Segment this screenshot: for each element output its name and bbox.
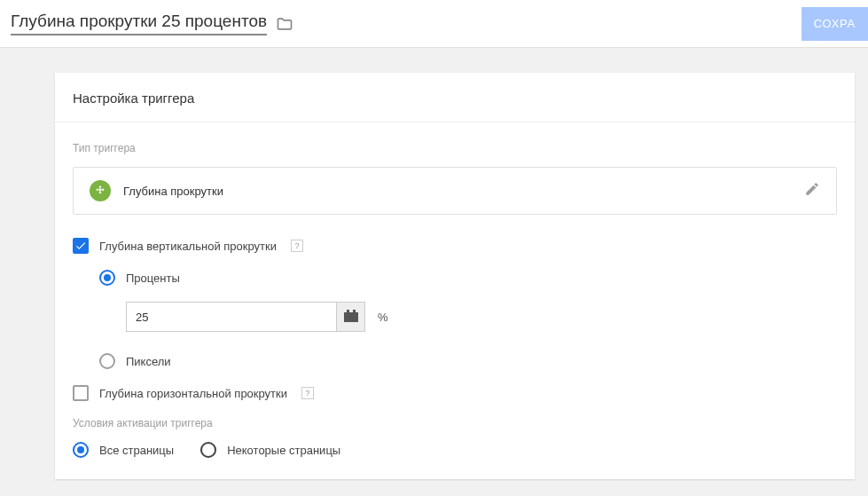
page-title[interactable]: Глубина прокрутки 25 процентов [11,12,267,35]
header-bar: Глубина прокрутки 25 процентов СОХРА [0,0,868,48]
content-area: Настройка триггера Тип триггера Глубина … [0,48,868,479]
save-button[interactable]: СОХРА [802,7,868,41]
trigger-type-value: Глубина прокрутки [123,185,223,198]
card-body: Тип триггера Глубина прокрутки [55,122,855,479]
brick-icon [344,312,358,322]
edit-icon[interactable] [804,181,820,201]
percent-input[interactable] [126,302,337,332]
vertical-scroll-checkbox[interactable] [73,238,89,254]
all-pages-radio[interactable] [73,442,89,458]
some-pages-label: Некоторые страницы [227,444,340,457]
percent-input-row: % [126,302,837,332]
horizontal-scroll-checkbox-row: Глубина горизонтальной прокрутки ? [73,385,837,401]
horizontal-scroll-checkbox[interactable] [73,385,89,401]
trigger-type-selector[interactable]: Глубина прокрутки [73,167,837,215]
vertical-scroll-label: Глубина вертикальной прокрутки [99,240,277,253]
some-pages-radio-row: Некоторые страницы [200,442,340,458]
activation-section-label: Условия активации триггера [73,417,837,429]
some-pages-radio[interactable] [200,442,216,458]
scroll-depth-icon [90,180,111,201]
trigger-type-left: Глубина прокрутки [90,180,223,201]
trigger-card: Настройка триггера Тип триггера Глубина … [55,73,855,479]
vertical-scroll-checkbox-row: Глубина вертикальной прокрутки ? [73,238,837,254]
pixels-radio-label: Пиксели [126,355,171,368]
all-pages-label: Все страницы [99,444,174,457]
horizontal-scroll-label: Глубина горизонтальной прокрутки [99,387,287,400]
help-icon[interactable]: ? [291,240,303,252]
pixels-radio[interactable] [99,353,115,369]
folder-icon[interactable] [276,15,293,33]
card-title: Настройка триггера [73,91,837,106]
header-left: Глубина прокрутки 25 процентов [11,12,293,35]
percent-radio-row: Проценты [99,270,837,286]
percent-radio-label: Проценты [126,272,180,285]
all-pages-radio-row: Все страницы [73,442,174,458]
pixels-radio-row: Пиксели [99,353,837,369]
card-header: Настройка триггера [55,73,855,122]
percent-sign: % [378,311,388,324]
trigger-type-section-label: Тип триггера [73,142,837,154]
help-icon[interactable]: ? [301,387,314,399]
vertical-scroll-radio-group: Проценты % Пиксели [99,270,837,369]
percent-radio[interactable] [99,270,115,286]
variable-picker-button[interactable] [337,302,365,332]
activation-radio-group: Все страницы Некоторые страницы [73,442,837,458]
